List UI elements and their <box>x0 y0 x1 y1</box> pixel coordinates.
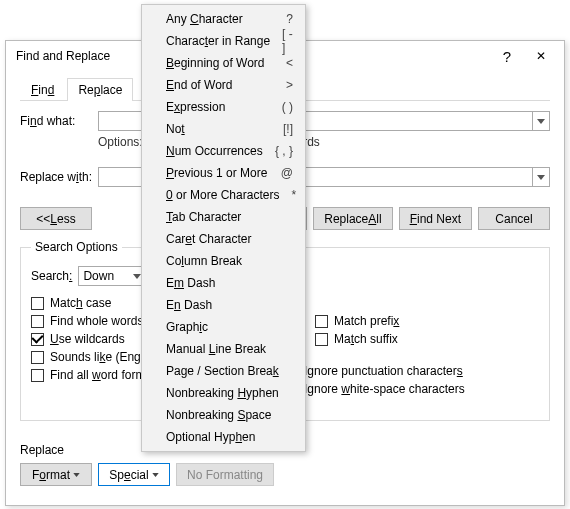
search-options-legend: Search Options <box>31 240 122 254</box>
special-menu-item[interactable]: Page / Section Break <box>144 360 303 382</box>
menu-item-label: End of Word <box>166 78 274 92</box>
menu-item-label: Expression <box>166 100 270 114</box>
use-wildcards-checkbox[interactable] <box>31 333 44 346</box>
chevron-down-icon <box>537 119 545 124</box>
menu-item-accelerator: [!] <box>271 122 293 136</box>
special-menu-item[interactable]: Tab Character <box>144 206 303 228</box>
special-menu-item[interactable]: Nonbreaking Hyphen <box>144 382 303 404</box>
match-case-label: Match case <box>50 296 111 310</box>
menu-item-label: Column Break <box>166 254 293 268</box>
special-menu-item[interactable]: 0 or More Characters* <box>144 184 303 206</box>
special-menu-item[interactable]: End of Word> <box>144 74 303 96</box>
menu-item-label: Em Dash <box>166 276 293 290</box>
search-direction-label: Search: <box>31 269 72 283</box>
special-menu: Any Character?Character in Range[ - ]Beg… <box>141 4 306 452</box>
special-menu-item[interactable]: Beginning of Word< <box>144 52 303 74</box>
menu-item-label: Previous 1 or More <box>166 166 269 180</box>
less-button[interactable]: << Less <box>20 207 92 230</box>
special-menu-item[interactable]: Column Break <box>144 250 303 272</box>
special-menu-item[interactable]: Expression( ) <box>144 96 303 118</box>
cancel-button[interactable]: Cancel <box>478 207 550 230</box>
special-menu-item[interactable]: Previous 1 or More@ <box>144 162 303 184</box>
tab-replace[interactable]: Replace <box>67 78 133 101</box>
ignore-whitespace-label: Ignore white-space characters <box>304 382 465 396</box>
match-suffix-checkbox[interactable] <box>315 333 328 346</box>
menu-item-label: En Dash <box>166 298 293 312</box>
special-menu-item[interactable]: Num Occurrences{ , } <box>144 140 303 162</box>
special-button[interactable]: Special <box>98 463 170 486</box>
special-menu-item[interactable]: Nonbreaking Space <box>144 404 303 426</box>
close-button[interactable]: ✕ <box>524 44 558 68</box>
ignore-punctuation-label: Ignore punctuation characters <box>304 364 463 378</box>
find-what-label: Find what: <box>20 114 98 128</box>
menu-caret-icon <box>73 473 80 477</box>
menu-item-accelerator: * <box>279 188 296 202</box>
menu-item-accelerator: < <box>274 56 293 70</box>
match-suffix-label: Match suffix <box>334 332 398 346</box>
menu-item-accelerator: { , } <box>263 144 293 158</box>
menu-item-label: Page / Section Break <box>166 364 293 378</box>
menu-caret-icon <box>152 473 159 477</box>
menu-item-label: Tab Character <box>166 210 293 224</box>
close-icon: ✕ <box>536 49 546 63</box>
menu-item-label: Beginning of Word <box>166 56 274 70</box>
replace-with-history-dropdown[interactable] <box>532 167 550 187</box>
no-formatting-button[interactable]: No Formatting <box>176 463 274 486</box>
menu-item-label: Num Occurrences <box>166 144 263 158</box>
special-menu-item[interactable]: Caret Character <box>144 228 303 250</box>
menu-item-label: Graphic <box>166 320 293 334</box>
menu-item-label: Optional Hyphen <box>166 430 293 444</box>
match-case-checkbox[interactable] <box>31 297 44 310</box>
replace-with-label: Replace with: <box>20 170 98 184</box>
whole-words-checkbox[interactable] <box>31 315 44 328</box>
menu-item-label: Caret Character <box>166 232 293 246</box>
special-menu-item[interactable]: En Dash <box>144 294 303 316</box>
match-prefix-checkbox[interactable] <box>315 315 328 328</box>
menu-item-label: Manual Line Break <box>166 342 293 356</box>
help-button[interactable]: ? <box>490 44 524 68</box>
menu-item-accelerator: @ <box>269 166 293 180</box>
menu-item-accelerator: ? <box>274 12 293 26</box>
special-menu-item[interactable]: Not[!] <box>144 118 303 140</box>
menu-item-label: Character in Range <box>166 34 270 48</box>
match-prefix-label: Match prefix <box>334 314 399 328</box>
menu-item-label: Not <box>166 122 271 136</box>
special-menu-item[interactable]: Character in Range[ - ] <box>144 30 303 52</box>
use-wildcards-label: Use wildcards <box>50 332 125 346</box>
tab-find[interactable]: Find <box>20 78 65 101</box>
format-button[interactable]: Format <box>20 463 92 486</box>
menu-item-label: Nonbreaking Hyphen <box>166 386 293 400</box>
special-menu-item[interactable]: Graphic <box>144 316 303 338</box>
menu-item-accelerator: ( ) <box>270 100 293 114</box>
sounds-like-checkbox[interactable] <box>31 351 44 364</box>
help-icon: ? <box>503 48 511 65</box>
word-forms-checkbox[interactable] <box>31 369 44 382</box>
find-what-history-dropdown[interactable] <box>532 111 550 131</box>
special-menu-item[interactable]: Optional Hyphen <box>144 426 303 448</box>
menu-item-label: Nonbreaking Space <box>166 408 293 422</box>
menu-item-accelerator: [ - ] <box>270 27 293 55</box>
replace-all-button[interactable]: Replace All <box>313 207 392 230</box>
menu-item-label: Any Character <box>166 12 274 26</box>
chevron-down-icon <box>537 175 545 180</box>
special-menu-item[interactable]: Manual Line Break <box>144 338 303 360</box>
menu-item-label: 0 or More Characters <box>166 188 279 202</box>
find-next-button[interactable]: Find Next <box>399 207 472 230</box>
options-label: Options: <box>98 135 143 149</box>
special-menu-item[interactable]: Em Dash <box>144 272 303 294</box>
search-direction-select[interactable]: Down <box>78 266 146 286</box>
menu-item-accelerator: > <box>274 78 293 92</box>
